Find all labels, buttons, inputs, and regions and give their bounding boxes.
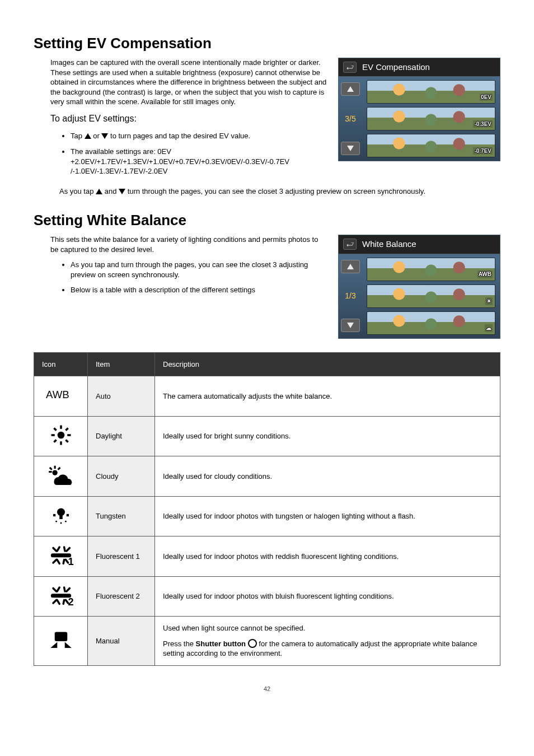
th-desc: Description <box>155 352 500 376</box>
ev-ui-screenshot: ⮐ EV Compensation 3/5 0EV -0.3EV -0.7EV <box>338 58 500 161</box>
down-arrow-icon <box>119 189 125 194</box>
ev-ui-page: 3/5 <box>345 114 355 124</box>
svg-point-19 <box>55 520 57 522</box>
daylight-icon <box>34 416 88 456</box>
svg-rect-42 <box>54 632 67 642</box>
up-arrow-icon <box>96 189 102 194</box>
svg-marker-44 <box>64 642 71 648</box>
th-item: Item <box>88 352 155 376</box>
table-row: Manual Used when light source cannot be … <box>34 617 500 666</box>
svg-text:2: 2 <box>68 596 73 607</box>
cell-desc: Ideally used for indoor photos with redd… <box>155 536 500 577</box>
ui-down-button[interactable] <box>341 319 360 332</box>
svg-line-9 <box>54 440 56 442</box>
svg-line-13 <box>58 468 60 470</box>
svg-line-34 <box>64 587 64 591</box>
svg-line-8 <box>65 428 68 430</box>
svg-line-29 <box>63 560 64 564</box>
cell-desc: Ideally used for bright sunny conditions… <box>155 416 500 456</box>
svg-text:AWB: AWB <box>45 389 69 400</box>
table-row: 2 Fluorescent 2 Ideally used for indoor … <box>34 576 500 617</box>
ui-up-button[interactable] <box>341 260 360 273</box>
cell-item: Fluorescent 2 <box>88 576 155 617</box>
wb-heading: Setting White Balance <box>34 211 500 230</box>
th-icon: Icon <box>34 352 88 376</box>
page-number: 42 <box>34 685 500 693</box>
table-row: AWB Auto The camera automatically adjust… <box>34 376 500 417</box>
awb-icon: AWB <box>34 376 88 417</box>
wb-preview-3[interactable]: ☁ <box>367 311 495 335</box>
table-row: Daylight Ideally used for bright sunny c… <box>34 416 500 456</box>
ev-preview-2[interactable]: -0.3EV <box>367 107 495 130</box>
up-arrow-icon <box>85 133 91 139</box>
svg-text:1: 1 <box>68 556 73 567</box>
svg-point-1 <box>57 431 64 438</box>
ev-preview-1[interactable]: 0EV <box>367 80 495 104</box>
back-icon[interactable]: ⮐ <box>343 239 357 250</box>
ev-subhead: To adjust EV settings: <box>50 113 327 125</box>
table-header-row: Icon Item Description <box>34 352 500 376</box>
wb-ui-title: White Balance <box>362 239 416 250</box>
ev-intro: Images can be captured with the overall … <box>50 58 327 107</box>
manual-wb-icon <box>34 617 88 666</box>
wb-table: Icon Item Description AWB Auto The camer… <box>34 352 500 666</box>
svg-line-7 <box>65 440 68 442</box>
ev-preview-3[interactable]: -0.7EV <box>367 134 495 157</box>
svg-line-12 <box>49 468 51 470</box>
ev-note: As you tap and turn through the pages, y… <box>50 186 500 197</box>
svg-line-32 <box>53 588 57 591</box>
ev-heading: Setting EV Compensation <box>34 34 500 53</box>
svg-point-17 <box>57 508 65 516</box>
cell-desc: Ideally used for indoor photos with tung… <box>155 496 500 536</box>
cell-item: Fluorescent 1 <box>88 536 155 577</box>
down-arrow-icon <box>101 133 108 139</box>
svg-marker-43 <box>50 642 57 648</box>
wb-preview-2[interactable]: ☀ <box>367 284 495 308</box>
cell-item: Cloudy <box>88 456 155 497</box>
svg-line-22 <box>53 548 57 552</box>
cell-item: Daylight <box>88 416 155 456</box>
shutter-icon <box>248 639 257 648</box>
cell-desc: Used when light source cannot be specifi… <box>155 617 500 666</box>
shutter-button-label: Shutter button <box>196 640 246 648</box>
svg-rect-16 <box>66 514 68 516</box>
svg-line-35 <box>66 588 69 591</box>
svg-line-37 <box>53 600 57 603</box>
cell-item: Manual <box>88 617 155 666</box>
svg-line-39 <box>63 600 64 604</box>
svg-line-24 <box>64 547 64 551</box>
svg-line-27 <box>53 560 57 563</box>
back-icon[interactable]: ⮐ <box>343 62 357 73</box>
svg-point-21 <box>65 520 67 522</box>
svg-rect-15 <box>53 514 55 516</box>
svg-line-33 <box>57 587 59 591</box>
cell-desc: Ideally used for cloudy conditions. <box>155 456 500 497</box>
fluorescent-2-icon: 2 <box>34 576 88 617</box>
ev-bullet-2: The available settings are: 0EV +2.0EV/+… <box>71 147 327 176</box>
table-row: Tungsten Ideally used for indoor photos … <box>34 496 500 536</box>
cell-item: Tungsten <box>88 496 155 536</box>
svg-line-6 <box>54 428 56 430</box>
ev-bullet-1: Tap or to turn pages and tap the desired… <box>71 131 327 141</box>
ui-down-button[interactable] <box>341 142 360 155</box>
svg-line-28 <box>57 560 59 564</box>
svg-point-20 <box>60 522 62 524</box>
fluorescent-1-icon: 1 <box>34 536 88 577</box>
wb-bullet-2: Below is a table with a description of t… <box>71 285 327 295</box>
table-row: Cloudy Ideally used for cloudy condition… <box>34 456 500 497</box>
svg-line-23 <box>57 547 59 551</box>
wb-intro: This sets the white balance for a variet… <box>50 235 327 254</box>
cell-item: Auto <box>88 376 155 417</box>
table-row: 1 Fluorescent 1 Ideally used for indoor … <box>34 536 500 577</box>
tungsten-icon <box>34 496 88 536</box>
ev-ui-title: EV Compensation <box>362 62 430 73</box>
svg-point-14 <box>52 470 57 475</box>
wb-ui-screenshot: ⮐ White Balance 1/3 AWB ☀ ☁ <box>338 235 500 338</box>
svg-line-25 <box>66 548 69 552</box>
wb-bullet-1: As you tap and turn through the pages, y… <box>71 260 327 279</box>
wb-ui-page: 1/3 <box>345 291 355 301</box>
wb-preview-1[interactable]: AWB <box>367 258 495 281</box>
cloudy-icon <box>34 456 88 497</box>
ui-up-button[interactable] <box>341 82 360 96</box>
cell-desc: Ideally used for indoor photos with blui… <box>155 576 500 617</box>
